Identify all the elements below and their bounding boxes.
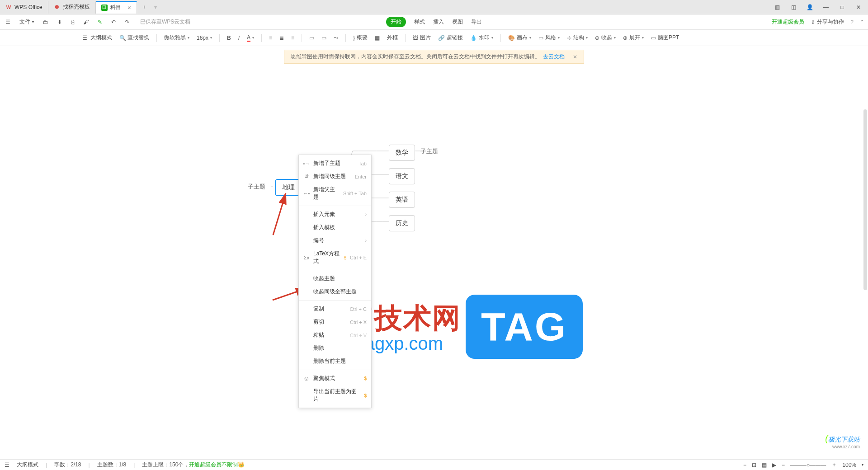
ctx-export-image[interactable]: 导出当前主题为图片$: [299, 385, 371, 406]
canvas-button[interactable]: 🎨画布▾: [505, 32, 534, 43]
ctx-copy[interactable]: 复制Ctrl + C: [299, 302, 371, 315]
format-painter-icon[interactable]: 🖌: [81, 17, 90, 27]
ctx-focus-mode[interactable]: ◎聚焦模式$: [299, 372, 371, 385]
zoom-plus[interactable]: ＋: [831, 461, 837, 469]
panel-icon[interactable]: ▥: [773, 3, 781, 11]
node-history[interactable]: 历史: [389, 215, 415, 231]
menu-icon[interactable]: ☰: [4, 17, 12, 27]
presentation-icon[interactable]: ▶: [772, 462, 776, 468]
ribbon-view[interactable]: 视图: [452, 18, 463, 26]
font-selector[interactable]: 微软雅黑▾: [161, 32, 192, 43]
open-icon[interactable]: 🗀: [41, 17, 50, 27]
watermark-button[interactable]: 💧水印▾: [467, 32, 496, 43]
avatar-icon[interactable]: 👤: [806, 3, 814, 11]
template-icon: ⬢: [54, 4, 60, 10]
align-center-button[interactable]: ≣: [277, 33, 287, 43]
undo-icon[interactable]: ↶: [109, 17, 118, 27]
layers-icon[interactable]: ▤: [762, 462, 767, 468]
font-color-button[interactable]: A▾: [244, 33, 257, 43]
download-icon[interactable]: ⬇: [56, 17, 64, 27]
status-outline[interactable]: 大纲模式: [17, 461, 38, 469]
ctx-latex[interactable]: ΣxLaTeX方程式$Ctrl + E: [299, 247, 371, 268]
share-button[interactable]: ⇪ 分享与协作: [811, 18, 844, 26]
brush-icon[interactable]: ✎: [96, 17, 104, 27]
ctx-add-sibling[interactable]: ⇵新增同级主题Enter: [299, 170, 371, 183]
italic-button[interactable]: I: [236, 33, 242, 43]
ctx-numbering[interactable]: 编号›: [299, 234, 371, 247]
zoom-minus[interactable]: −: [782, 462, 785, 468]
summary-button[interactable]: }概要: [350, 32, 370, 43]
collapse-button[interactable]: ⊖收起▾: [592, 32, 618, 43]
image-button[interactable]: 🖼图片: [410, 32, 434, 43]
ctx-collapse-topic[interactable]: 收起主题: [299, 272, 371, 285]
root-node[interactable]: 地理: [275, 179, 302, 196]
structure-button[interactable]: ⊹结构▾: [564, 32, 590, 43]
canvas[interactable]: 思维导图使用时需保持联网，内容会实时保存至云文档。关闭后可在云文档中找到文件并打…: [0, 46, 868, 459]
close-button[interactable]: ✕: [854, 3, 863, 11]
relation-button[interactable]: ⤳: [331, 33, 341, 43]
tab-template[interactable]: ⬢ 找稻壳模板: [48, 1, 96, 14]
font-size-selector[interactable]: 16px▾: [194, 33, 215, 43]
node-english[interactable]: 英语: [389, 192, 415, 208]
focus-icon: ◎: [303, 376, 310, 382]
ctx-delete[interactable]: 删除: [299, 342, 371, 355]
subtopic-button[interactable]: ▭: [319, 33, 329, 43]
tab-wps-office[interactable]: W WPS Office: [0, 1, 48, 14]
align-left-button[interactable]: ≡: [266, 33, 275, 43]
close-icon[interactable]: ×: [127, 4, 131, 11]
style-button[interactable]: ▭风格▾: [536, 32, 562, 43]
ctx-cut[interactable]: 剪切Ctrl + X: [299, 315, 371, 329]
expand-button[interactable]: ⊕展开▾: [620, 32, 646, 43]
cube-icon[interactable]: ◫: [789, 3, 797, 11]
ribbon-start[interactable]: 开始: [386, 17, 406, 27]
zoom-out-button[interactable]: −: [743, 462, 746, 468]
maximize-button[interactable]: □: [838, 3, 846, 11]
unlock-vip-link[interactable]: 开通超级会员不限制: [189, 461, 238, 468]
new-tab-button[interactable]: ＋: [137, 3, 151, 11]
minimize-button[interactable]: —: [822, 3, 830, 11]
status-topiccount: 主题数：1/8: [97, 461, 127, 469]
zoom-value[interactable]: 100%: [842, 462, 856, 468]
close-banner-icon[interactable]: ✕: [573, 54, 577, 60]
ctx-add-child[interactable]: •→新增子主题Tab: [299, 157, 371, 170]
ctx-insert-template[interactable]: 插入模板: [299, 221, 371, 234]
bold-button[interactable]: B: [224, 33, 234, 43]
subtopic-math[interactable]: 子主题: [420, 147, 438, 155]
subtopic-left[interactable]: 子主题: [248, 183, 265, 191]
vertical-scrollbar[interactable]: [863, 109, 867, 290]
outline-mode-button[interactable]: ☰大纲模式: [80, 32, 115, 43]
frame-button[interactable]: 外框: [384, 32, 401, 43]
ribbon-insert[interactable]: 插入: [433, 18, 444, 26]
align-right-button[interactable]: ≡: [288, 33, 297, 43]
latex-icon: Σx: [303, 254, 310, 261]
find-replace-button[interactable]: 🔍查找替换: [117, 32, 152, 43]
svg-line-0: [273, 193, 286, 235]
file-menu[interactable]: 文件 ▾: [18, 16, 36, 28]
ctx-add-parent[interactable]: ←•新增父主题Shift + Tab: [299, 183, 371, 204]
vip-link[interactable]: 开通超级会员: [772, 18, 804, 26]
tab-label: 找稻壳模板: [63, 3, 90, 11]
tab-menu-icon[interactable]: ▾: [154, 4, 157, 10]
help-icon[interactable]: ?: [850, 19, 854, 25]
topic-button[interactable]: ▭: [307, 33, 317, 43]
ribbon-format[interactable]: 样式: [414, 18, 425, 26]
add-child-icon: •→: [303, 160, 310, 167]
brain-ppt-button[interactable]: ▭脑图PPT: [648, 32, 682, 43]
hyperlink-button[interactable]: 🔗超链接: [435, 32, 466, 43]
boundary-icon[interactable]: ▦: [372, 33, 382, 43]
redo-icon[interactable]: ↷: [123, 17, 131, 27]
collapse-ribbon-icon[interactable]: ⌃: [860, 19, 864, 25]
export-icon[interactable]: ⎘: [69, 17, 76, 27]
ctx-delete-current[interactable]: 删除当前主题: [299, 355, 371, 368]
fit-button[interactable]: ⊡: [752, 462, 756, 468]
node-math[interactable]: 数学: [389, 145, 415, 161]
status-outline-icon[interactable]: ☰: [5, 462, 9, 468]
ribbon-export[interactable]: 导出: [471, 18, 482, 26]
ctx-collapse-siblings[interactable]: 收起同级全部主题: [299, 285, 371, 298]
ctx-paste[interactable]: 粘贴Ctrl + V: [299, 329, 371, 342]
ctx-insert-element[interactable]: 插入元素›: [299, 208, 371, 221]
wps-icon: W: [5, 4, 12, 10]
cloud-doc-link[interactable]: 去云文档: [543, 53, 565, 61]
tab-document[interactable]: 田 科目 ×: [96, 1, 137, 14]
node-chinese[interactable]: 语文: [389, 168, 415, 184]
